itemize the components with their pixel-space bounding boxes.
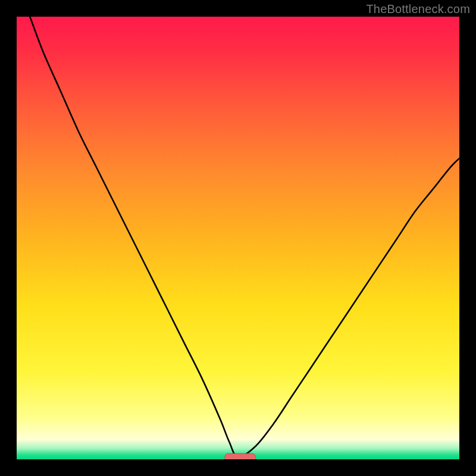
chart-stage: TheBottleneck.com: [0, 0, 476, 476]
watermark-text: TheBottleneck.com: [366, 2, 470, 16]
gradient-background: [17, 17, 459, 459]
bottleneck-chart: [0, 0, 476, 476]
